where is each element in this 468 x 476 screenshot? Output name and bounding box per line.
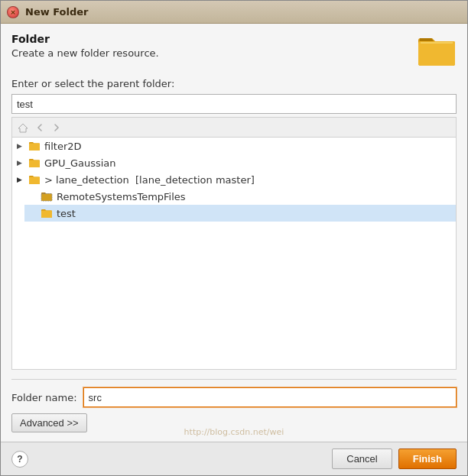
tree-item-remote-systems[interactable]: RemoteSystemsTempFiles bbox=[24, 188, 456, 205]
header-section: Folder Create a new folder resource. bbox=[11, 33, 457, 67]
tree-item-filter2d[interactable]: ▶ filter2D bbox=[12, 138, 456, 154]
back-nav-button[interactable] bbox=[32, 120, 47, 135]
cancel-button[interactable]: Cancel bbox=[332, 448, 392, 469]
tree-item-lane-detection[interactable]: ▶ > lane_detection [lane_detection maste… bbox=[12, 171, 456, 188]
header-title: Folder bbox=[11, 33, 159, 45]
folder-name-row: Folder name: bbox=[11, 387, 457, 407]
folder-icon-lane-detection bbox=[28, 173, 41, 186]
dialog-content: Folder Create a new folder resource. Ent… bbox=[1, 24, 467, 442]
advanced-row: Advanced >> bbox=[11, 413, 457, 432]
tree-label-remote-systems: RemoteSystemsTempFiles bbox=[57, 191, 186, 202]
home-nav-button[interactable] bbox=[15, 120, 31, 135]
window-controls: × bbox=[7, 6, 19, 18]
folder-tree[interactable]: ▶ filter2D ▶ GPU_Gaussian bbox=[11, 137, 457, 370]
folder-icon-test bbox=[40, 207, 54, 219]
tree-label-gpu-gaussian: GPU_Gaussian bbox=[44, 157, 116, 169]
advanced-button[interactable]: Advanced >> bbox=[11, 413, 87, 432]
folder-icon-gpu-gaussian bbox=[28, 157, 41, 169]
dialog-buttons: Cancel Finish bbox=[332, 448, 457, 469]
titlebar: × New Folder bbox=[1, 1, 467, 24]
tree-item-test[interactable]: test bbox=[24, 205, 456, 222]
folder-icon-remote-systems bbox=[40, 190, 54, 202]
path-input[interactable] bbox=[11, 94, 457, 114]
close-button[interactable]: × bbox=[7, 6, 19, 18]
header-description: Create a new folder resource. bbox=[11, 47, 159, 59]
tree-arrow-gpu-gaussian: ▶ bbox=[17, 159, 28, 167]
finish-button[interactable]: Finish bbox=[398, 448, 457, 469]
window-title: New Folder bbox=[25, 6, 89, 18]
path-label: Enter or select the parent folder: bbox=[11, 78, 457, 89]
tree-label-lane-detection: > lane_detection [lane_detection master] bbox=[44, 174, 255, 186]
tree-label-filter2d: filter2D bbox=[44, 141, 82, 152]
tree-label-test: test bbox=[57, 208, 76, 219]
tree-arrow-lane-detection: ▶ bbox=[17, 176, 28, 183]
folder-name-label: Folder name: bbox=[11, 392, 77, 403]
bottom-section: Folder name: Advanced >> bbox=[11, 379, 457, 432]
folder-icon-large bbox=[417, 33, 457, 67]
header-text: Folder Create a new folder resource. bbox=[11, 33, 159, 59]
button-bar: http://blog.csdn.net/wei ? Cancel Finish bbox=[1, 442, 467, 475]
tree-item-gpu-gaussian[interactable]: ▶ GPU_Gaussian bbox=[12, 154, 456, 171]
help-button[interactable]: ? bbox=[11, 451, 28, 468]
folder-name-input[interactable] bbox=[83, 387, 457, 407]
nav-toolbar bbox=[11, 117, 457, 137]
tree-arrow-filter2d: ▶ bbox=[17, 142, 28, 150]
folder-icon-filter2d bbox=[28, 140, 41, 152]
forward-nav-button[interactable] bbox=[49, 120, 64, 135]
new-folder-dialog: × New Folder Folder Create a new folder … bbox=[0, 0, 468, 476]
